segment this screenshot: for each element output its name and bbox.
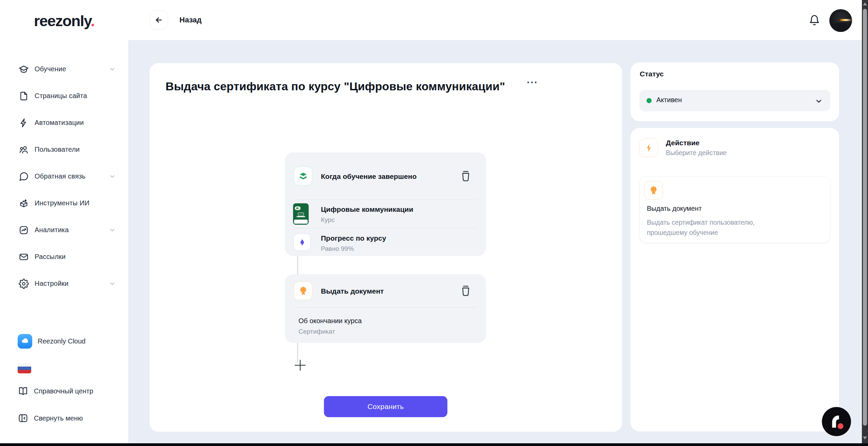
sidebar-item-mailings[interactable]: Рассылки (0, 243, 128, 270)
lightning-icon (19, 118, 29, 128)
sidebar-item-label: Reezonly Cloud (38, 337, 85, 345)
chevron-down-icon (109, 227, 115, 233)
sidebar-item-label: Страницы сайта (35, 92, 87, 100)
status-card: Статус Активен (631, 62, 839, 121)
progress-title: Прогресс по курсу (321, 234, 386, 242)
medal-icon (298, 285, 309, 296)
sidebar-item-label: Обучение (35, 65, 66, 73)
flow-connector (297, 256, 298, 274)
medal-icon (648, 185, 659, 196)
scrollbar-thumb[interactable] (863, 9, 867, 426)
chat-bubble-icon (19, 171, 29, 182)
scroll-up-arrow[interactable] (863, 2, 867, 5)
sidebar-item-label: Автоматизации (35, 119, 84, 127)
progress-subtitle: Равно 99% (321, 245, 354, 253)
chevron-down-icon (815, 97, 823, 105)
sidebar: reezonly. Обучение Страницы сайта Ав (0, 0, 128, 443)
sidebar-item-label: Справочный центр (34, 387, 93, 395)
chevron-down-icon (109, 66, 115, 72)
action-panel-icon-box (639, 138, 658, 157)
sidebar-item-ai-tools[interactable]: Инструменты ИИ (0, 190, 128, 217)
course-thumbnail (293, 203, 309, 225)
topbar: Назад (128, 0, 862, 40)
page-title: Выдача сертификата по курсу "Цифровые ко… (166, 80, 505, 93)
ai-box-icon (19, 198, 29, 208)
sidebar-item-settings[interactable]: Настройки (0, 270, 128, 297)
sidebar-item-label: Рассылки (35, 253, 65, 261)
divider (294, 228, 477, 228)
brand-name: reezonly (34, 12, 91, 30)
sidebar-item-label: Аналитика (35, 226, 69, 234)
option-title: Выдать документ (647, 205, 702, 212)
language-switcher[interactable] (0, 360, 128, 376)
more-options-button[interactable]: ··· (527, 77, 538, 88)
brand-logo[interactable]: reezonly. (34, 12, 94, 30)
trash-icon[interactable] (460, 284, 471, 297)
mail-icon (19, 252, 29, 262)
sidebar-nav: Обучение Страницы сайта Автоматизации (0, 56, 128, 297)
users-icon (19, 145, 29, 155)
graduation-stack-icon (298, 171, 309, 182)
divider (294, 307, 477, 308)
action-block[interactable]: Выдать документ Об окончании курса Серти… (285, 274, 486, 343)
sidebar-item-label: Настройки (35, 280, 69, 287)
sidebar-item-site-pages[interactable]: Страницы сайта (0, 82, 128, 109)
sidebar-item-users[interactable]: Пользователи (0, 136, 128, 163)
progress-icon-box (293, 234, 311, 251)
page-icon (19, 91, 29, 101)
action-panel-subtitle: Выберите действие (666, 149, 727, 157)
add-step-button[interactable] (294, 359, 306, 371)
user-avatar[interactable] (829, 9, 852, 32)
action-panel: Действие Выберите действие Выдать докуме… (631, 128, 839, 431)
bolt-icon (644, 143, 654, 153)
collapse-menu-icon (18, 413, 28, 424)
trigger-block[interactable]: Когда обучение завершено Цифровые коммун… (285, 152, 486, 256)
action-icon-box (294, 281, 312, 300)
sidebar-item-label: Инструменты ИИ (35, 199, 90, 207)
gear-icon (19, 279, 29, 289)
sidebar-item-collapse-menu[interactable]: Свернуть меню (0, 410, 128, 426)
status-title: Статус (640, 70, 664, 78)
page-scrollbar[interactable] (862, 0, 868, 443)
diamond-icon (298, 238, 307, 247)
document-subtitle: Сертификат (298, 328, 335, 335)
back-label: Назад (179, 0, 201, 40)
status-active-dot (647, 98, 652, 103)
status-value: Активен (656, 96, 682, 104)
sidebar-item-label: Пользователи (35, 146, 80, 153)
notifications-bell-icon[interactable] (809, 14, 820, 26)
back-button[interactable] (150, 10, 168, 30)
reezonly-fab-button[interactable] (822, 407, 851, 436)
sidebar-item-analytics[interactable]: Аналитика (0, 217, 128, 243)
sidebar-item-reezonly-cloud[interactable]: Reezonly Cloud (0, 333, 128, 349)
russian-flag-icon (18, 364, 31, 373)
option-description: Выдать сертификат пользователю, прошедше… (647, 217, 796, 238)
analytics-icon (19, 225, 29, 235)
sidebar-item-label: Обратная связь (35, 172, 85, 180)
document-title: Об окончании курса (298, 317, 362, 325)
scroll-down-arrow[interactable] (863, 436, 867, 440)
divider (294, 200, 477, 200)
option-icon-box (644, 181, 663, 200)
action-panel-title: Действие (666, 139, 699, 147)
sidebar-item-help-center[interactable]: Справочный центр (0, 383, 128, 399)
app-root: reezonly. Обучение Страницы сайта Ав (0, 0, 868, 446)
action-option-issue-document[interactable]: Выдать документ Выдать сертификат пользо… (639, 176, 830, 243)
course-subtitle: Курс (321, 216, 334, 224)
sidebar-item-learning[interactable]: Обучение (0, 56, 128, 82)
chevron-down-icon (109, 281, 115, 287)
graduation-cap-icon (19, 64, 29, 74)
trigger-icon-box (294, 167, 312, 185)
course-title: Цифровые коммуникации (321, 205, 413, 213)
chevron-down-icon (109, 173, 115, 180)
trigger-title: Когда обучение завершено (321, 172, 417, 181)
cloud-app-icon (18, 334, 32, 349)
status-dropdown[interactable]: Активен (639, 90, 830, 111)
action-title: Выдать документ (321, 287, 384, 295)
trash-icon[interactable] (460, 170, 471, 183)
arrow-left-icon (154, 16, 163, 24)
brand-dot: . (91, 12, 94, 30)
sidebar-item-feedback[interactable]: Обратная связь (0, 163, 128, 190)
save-button[interactable]: Сохранить (324, 396, 447, 417)
sidebar-item-automations[interactable]: Автоматизации (0, 109, 128, 136)
